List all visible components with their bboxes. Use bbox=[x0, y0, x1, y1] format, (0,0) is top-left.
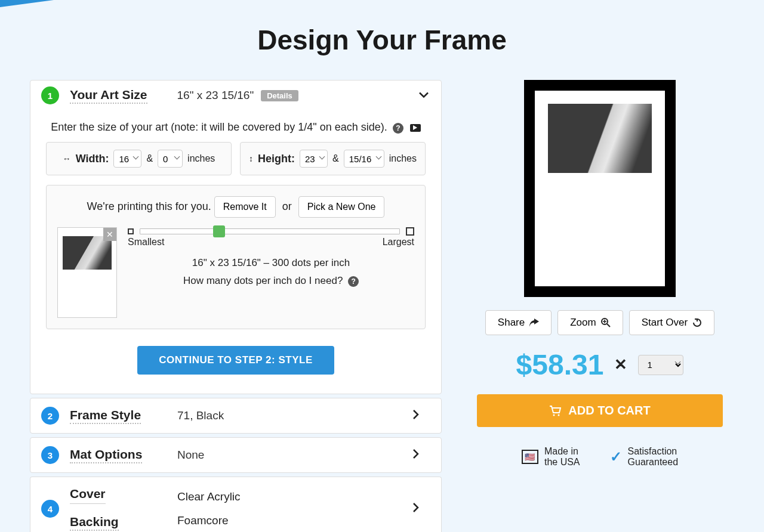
made-usa-line2: the USA bbox=[544, 457, 580, 468]
step-3-badge: 3 bbox=[41, 446, 59, 464]
step-3-summary: None bbox=[177, 449, 412, 462]
width-arrow-icon: ↔ bbox=[63, 154, 71, 163]
width-box: ↔ Width: 16 & 0 inches bbox=[46, 142, 232, 175]
largest-icon bbox=[406, 227, 414, 236]
print-options-box: We're printing this for you. Remove It o… bbox=[46, 185, 426, 329]
made-in-usa-badge: 🇺🇸 Made in the USA bbox=[522, 446, 580, 468]
height-arrow-icon: ↕ bbox=[249, 154, 253, 163]
add-to-cart-button[interactable]: ADD TO CART bbox=[477, 394, 723, 427]
unit: inches bbox=[187, 153, 215, 164]
undo-icon bbox=[692, 318, 702, 327]
frame-mat bbox=[535, 91, 665, 286]
step-2-badge: 2 bbox=[41, 407, 59, 425]
amp: & bbox=[146, 153, 153, 164]
page-title: Design Your Frame bbox=[30, 24, 734, 56]
step-2-panel: 2 Frame Style 71, Black bbox=[30, 398, 442, 434]
cover-title: Cover bbox=[70, 487, 106, 504]
unit: inches bbox=[389, 153, 417, 164]
or-text: or bbox=[282, 200, 292, 212]
step-3-header[interactable]: 3 Mat Options None bbox=[30, 438, 441, 472]
size-slider-handle[interactable] bbox=[213, 225, 225, 237]
continue-step-2-button[interactable]: CONTINUE TO STEP 2: STYLE bbox=[137, 346, 334, 375]
step-4-header[interactable]: 4 Cover Backing Clear Acrylic Foamcore bbox=[30, 477, 441, 532]
height-frac-select[interactable]: 15/16 bbox=[344, 150, 384, 168]
height-box: ↕ Height: 23 & 15/16 inches bbox=[240, 142, 426, 175]
times-icon: ✕ bbox=[614, 355, 627, 374]
frame-preview bbox=[524, 80, 676, 297]
chevron-right-icon bbox=[412, 449, 430, 462]
video-icon[interactable] bbox=[410, 124, 421, 132]
step-1-header[interactable]: 1 Your Art Size 16" x 23 15/16" Details bbox=[30, 81, 441, 110]
svg-point-4 bbox=[553, 414, 555, 416]
dpi-question: How many dots per inch do I need? bbox=[183, 275, 343, 286]
height-label: Height: bbox=[258, 153, 295, 165]
pick-new-button[interactable]: Pick a New One bbox=[298, 196, 385, 218]
step-1-summary: 16" x 23 15/16" bbox=[177, 89, 254, 102]
step-3-panel: 3 Mat Options None bbox=[30, 437, 442, 473]
satisfaction-badge: ✓ Satisfaction Guaranteed bbox=[610, 446, 679, 468]
step-4-badge: 4 bbox=[41, 500, 59, 518]
width-label: Width: bbox=[76, 153, 109, 165]
quantity-select[interactable]: 1 bbox=[638, 355, 683, 375]
smallest-icon bbox=[128, 228, 134, 234]
size-dpi-info: 16" x 23 15/16" – 300 dots per inch bbox=[128, 257, 414, 269]
price-display: $58.31 bbox=[516, 348, 604, 381]
help-icon[interactable]: ? bbox=[393, 123, 403, 134]
made-usa-line1: Made in bbox=[544, 446, 580, 457]
sat-line1: Satisfaction bbox=[628, 446, 679, 457]
backing-title: Backing bbox=[70, 515, 119, 531]
art-thumbnail: ✕ bbox=[57, 227, 117, 318]
amp: & bbox=[332, 153, 339, 164]
remove-thumbnail-icon[interactable]: ✕ bbox=[103, 228, 116, 241]
details-badge[interactable]: Details bbox=[261, 90, 298, 101]
step-2-summary: 71, Black bbox=[177, 409, 412, 422]
zoom-button[interactable]: Zoom bbox=[557, 310, 623, 335]
share-icon bbox=[529, 318, 539, 327]
zoom-label: Zoom bbox=[570, 317, 596, 329]
step-1-panel: 1 Your Art Size 16" x 23 15/16" Details … bbox=[30, 80, 442, 394]
chevron-right-icon bbox=[412, 502, 430, 516]
chevron-right-icon bbox=[412, 409, 430, 423]
usa-flag-icon: 🇺🇸 bbox=[522, 450, 538, 464]
step-3-title: Mat Options bbox=[70, 447, 142, 463]
start-over-button[interactable]: Start Over bbox=[629, 310, 714, 335]
width-frac-select[interactable]: 0 bbox=[158, 150, 183, 168]
svg-point-5 bbox=[558, 414, 560, 416]
largest-label: Largest bbox=[383, 237, 414, 248]
sat-line2: Guaranteed bbox=[628, 457, 679, 468]
smallest-label: Smallest bbox=[128, 237, 164, 248]
thumbnail-image bbox=[63, 236, 112, 270]
start-over-label: Start Over bbox=[642, 317, 688, 329]
add-to-cart-label: ADD TO CART bbox=[568, 404, 650, 417]
size-slider-track[interactable] bbox=[140, 228, 400, 234]
width-whole-select[interactable]: 16 bbox=[113, 150, 141, 168]
step-1-badge: 1 bbox=[41, 86, 59, 104]
remove-it-button[interactable]: Remove It bbox=[214, 196, 276, 218]
step-1-title: Your Art Size bbox=[70, 88, 147, 104]
page-corner-accent bbox=[0, 0, 54, 7]
size-instruction: Enter the size of your art (note: it wil… bbox=[46, 121, 426, 134]
dpi-help-icon[interactable]: ? bbox=[348, 276, 359, 287]
cover-value: Clear Acrylic bbox=[177, 490, 412, 503]
zoom-in-icon bbox=[601, 318, 611, 327]
height-whole-select[interactable]: 23 bbox=[300, 150, 328, 168]
step-4-panel: 4 Cover Backing Clear Acrylic Foamcore bbox=[30, 477, 442, 532]
share-label: Share bbox=[498, 317, 525, 329]
backing-value: Foamcore bbox=[177, 514, 412, 527]
cart-icon bbox=[549, 406, 561, 416]
step-2-title: Frame Style bbox=[70, 408, 141, 424]
print-message: We're printing this for you. bbox=[87, 200, 211, 212]
step-2-header[interactable]: 2 Frame Style 71, Black bbox=[30, 398, 441, 433]
svg-line-1 bbox=[607, 324, 610, 327]
chevron-down-icon bbox=[418, 89, 429, 102]
frame-art-image bbox=[548, 104, 652, 173]
share-button[interactable]: Share bbox=[485, 310, 552, 335]
check-icon: ✓ bbox=[610, 449, 622, 465]
step-1-body: Enter the size of your art (note: it wil… bbox=[30, 110, 441, 394]
instruction-text: Enter the size of your art (note: it wil… bbox=[51, 121, 387, 133]
